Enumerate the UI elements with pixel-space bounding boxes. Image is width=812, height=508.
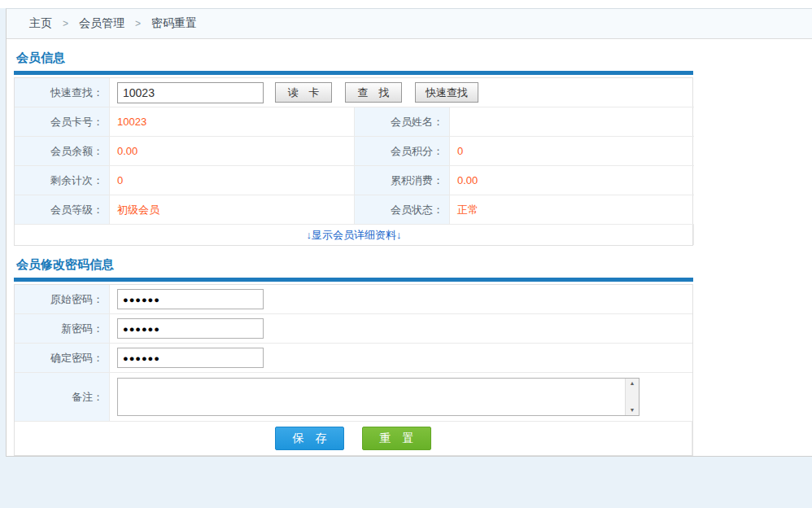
scrollbar-down-icon[interactable]: ▼	[630, 407, 635, 414]
section-title-member-info: 会员信息	[16, 50, 812, 66]
top-margin	[0, 0, 812, 8]
breadcrumb-member-management[interactable]: 会员管理	[79, 16, 124, 31]
breadcrumb-separator-icon: >	[63, 18, 68, 29]
remark-row: ▲ ▼	[110, 373, 692, 422]
remaining-times-label: 剩余计次：	[15, 166, 110, 195]
remaining-times-value: 0	[110, 166, 355, 195]
member-card-value: 10023	[110, 107, 355, 137]
reset-button[interactable]: 重 置	[362, 427, 431, 450]
remark-textarea[interactable]	[118, 379, 625, 415]
password-change-table: 原始密码： 新密码： 确定密码： 备注： ▲ ▼	[14, 284, 693, 456]
quick-find-input[interactable]	[117, 82, 264, 103]
original-password-label: 原始密码：	[15, 285, 110, 314]
breadcrumb-home[interactable]: 主页	[29, 16, 52, 31]
member-card-label: 会员卡号：	[15, 107, 110, 137]
save-button[interactable]: 保 存	[275, 427, 344, 450]
new-password-label: 新密码：	[15, 314, 110, 344]
read-card-button[interactable]: 读 卡	[275, 82, 332, 103]
breadcrumb-password-reset: 密码重置	[151, 16, 197, 31]
remark-label: 备注：	[15, 373, 110, 422]
search-button[interactable]: 查 找	[345, 82, 402, 103]
page-footer	[0, 457, 812, 508]
member-balance-label: 会员余额：	[15, 137, 110, 166]
section-divider-bar	[14, 71, 693, 75]
member-level-value: 初级会员	[110, 195, 355, 225]
member-name-label: 会员姓名：	[355, 107, 450, 137]
section-divider-bar	[14, 278, 693, 282]
quick-find-label: 快速查找：	[15, 78, 110, 107]
member-balance-value: 0.00	[110, 137, 355, 166]
original-password-input[interactable]	[117, 289, 264, 309]
total-consumption-value: 0.00	[450, 166, 694, 195]
new-password-input[interactable]	[117, 318, 264, 339]
remark-textarea-wrap: ▲ ▼	[117, 378, 640, 416]
breadcrumb-separator-icon: >	[135, 18, 141, 29]
textarea-scrollbar[interactable]: ▲ ▼	[625, 379, 639, 415]
detail-link-row: ↓显示会员详细资料↓	[15, 225, 694, 245]
quick-find-row: 读 卡 查 找 快速查找	[110, 78, 694, 107]
member-points-label: 会员积分：	[355, 137, 450, 166]
member-status-label: 会员状态：	[355, 195, 450, 225]
total-consumption-label: 累积消费：	[355, 166, 450, 195]
original-password-row	[110, 285, 692, 314]
member-name-value	[450, 107, 694, 137]
confirm-password-input[interactable]	[117, 348, 264, 368]
main-panel: 主页 > 会员管理 > 密码重置 会员信息 快速查找： 读 卡 查 找 快速查找…	[6, 8, 812, 457]
section-title-password-change: 会员修改密码信息	[16, 257, 812, 273]
breadcrumb: 主页 > 会员管理 > 密码重置	[7, 9, 812, 39]
confirm-password-row	[110, 344, 692, 373]
member-level-label: 会员等级：	[15, 195, 110, 225]
quick-find-button[interactable]: 快速查找	[415, 82, 478, 103]
scrollbar-up-icon[interactable]: ▲	[630, 380, 635, 387]
member-status-value: 正常	[450, 195, 694, 225]
content-area: 会员信息 快速查找： 读 卡 查 找 快速查找 会员卡号： 10023 会员姓名…	[7, 39, 812, 456]
confirm-password-label: 确定密码：	[15, 344, 110, 373]
member-points-value: 0	[450, 137, 694, 166]
member-info-table: 快速查找： 读 卡 查 找 快速查找 会员卡号： 10023 会员姓名： 会员余…	[14, 77, 693, 246]
show-member-detail-link[interactable]: ↓显示会员详细资料↓	[307, 228, 402, 243]
new-password-row	[110, 314, 692, 344]
action-buttons-row: 保 存 重 置	[15, 422, 692, 455]
